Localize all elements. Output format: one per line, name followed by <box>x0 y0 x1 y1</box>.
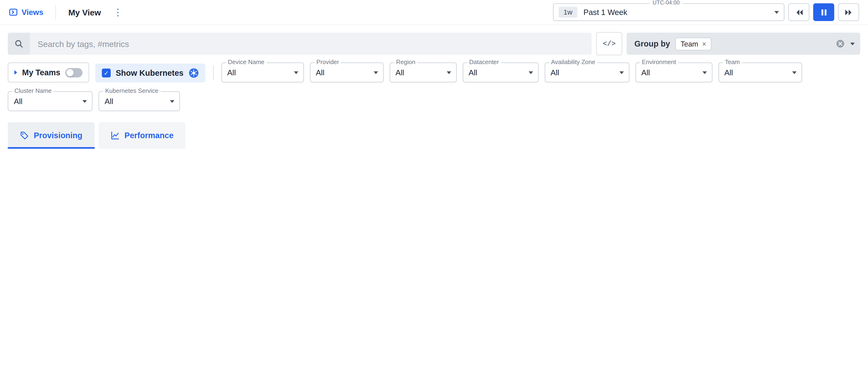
timezone-label: UTC-04:00 <box>650 0 682 6</box>
chevron-down-icon <box>792 71 796 74</box>
filter-region[interactable]: Region All <box>390 62 456 82</box>
top-bar: Views My View ⋮ UTC-04:00 1w Past 1 Week <box>0 0 868 25</box>
kubernetes-icon <box>188 68 198 78</box>
chevron-down-icon <box>294 71 298 74</box>
expand-icon <box>14 70 17 75</box>
search-input[interactable] <box>30 33 592 55</box>
more-options-button[interactable]: ⋮ <box>111 6 125 18</box>
line-chart-icon <box>111 131 120 140</box>
my-teams-toggle[interactable] <box>65 68 82 77</box>
filter-datacenter[interactable]: Datacenter All <box>462 62 538 82</box>
divider <box>56 5 56 20</box>
chevron-down-icon <box>619 71 624 74</box>
views-panel-icon <box>9 8 18 16</box>
chevron-down-icon <box>702 71 707 74</box>
divider <box>213 65 213 80</box>
tab-provisioning[interactable]: Provisioning <box>8 122 95 149</box>
group-by-chip-label: Team <box>681 39 698 48</box>
time-range-selector[interactable]: UTC-04:00 1w Past 1 Week <box>553 3 784 21</box>
pause-icon <box>821 9 827 16</box>
chevron-down-icon <box>170 100 174 103</box>
search-row: </> Group by Team × <box>8 33 860 55</box>
show-kubernetes-control[interactable]: ✓ Show Kubernetes <box>95 64 205 82</box>
chevron-down-icon <box>446 71 451 74</box>
filter-kubernetes-service[interactable]: Kubernetes Service All <box>98 91 180 111</box>
chevron-down-icon <box>774 11 779 13</box>
views-label: Views <box>22 8 43 16</box>
filter-provider[interactable]: Provider All <box>310 62 383 82</box>
clear-group-by-icon[interactable] <box>836 39 845 48</box>
search-bar <box>8 33 592 55</box>
chevron-down-icon <box>82 100 87 103</box>
skip-forward-button[interactable] <box>838 3 859 21</box>
tab-performance[interactable]: Performance <box>98 122 186 149</box>
filter-cluster-name[interactable]: Cluster Name All <box>8 91 92 111</box>
remove-chip-icon[interactable]: × <box>702 40 706 47</box>
skip-back-icon <box>795 9 803 16</box>
group-by-label: Group by <box>634 39 670 48</box>
dashboard-page: Views My View ⋮ UTC-04:00 1w Past 1 Week <box>0 0 868 161</box>
my-teams-label: My Teams <box>22 68 60 77</box>
skip-back-button[interactable] <box>788 3 809 21</box>
skip-forward-icon <box>844 9 852 16</box>
query-syntax-button[interactable]: </> <box>596 32 622 55</box>
filter-availability-zone[interactable]: Availability Zone All <box>544 62 629 82</box>
filter-environment[interactable]: Environment All <box>635 62 712 82</box>
page-title: My View <box>68 7 101 17</box>
views-button[interactable]: Views <box>9 8 43 16</box>
search-icon <box>8 33 30 55</box>
time-range-label: Past 1 Week <box>583 8 627 16</box>
chevron-down-icon <box>373 71 378 74</box>
group-by-control: Group by Team × <box>627 33 860 55</box>
show-kubernetes-label: Show Kubernetes <box>116 69 184 77</box>
filters-section: My Teams ✓ Show Kubernetes Device Name A… <box>8 62 860 111</box>
group-by-chip-team[interactable]: Team × <box>676 37 711 50</box>
pause-button[interactable] <box>813 3 834 21</box>
group-by-chevron-icon[interactable] <box>850 42 855 45</box>
time-controls: UTC-04:00 1w Past 1 Week <box>553 3 859 21</box>
filter-device-name[interactable]: Device Name All <box>221 62 304 82</box>
my-teams-toggle-control[interactable]: My Teams <box>8 62 89 82</box>
time-range-badge: 1w <box>559 6 577 18</box>
filter-team[interactable]: Team All <box>718 62 802 82</box>
tab-bar: Provisioning Performance <box>8 122 860 149</box>
tag-icon <box>20 131 29 140</box>
chevron-down-icon <box>528 71 533 74</box>
show-kubernetes-checkbox[interactable]: ✓ <box>102 69 111 77</box>
